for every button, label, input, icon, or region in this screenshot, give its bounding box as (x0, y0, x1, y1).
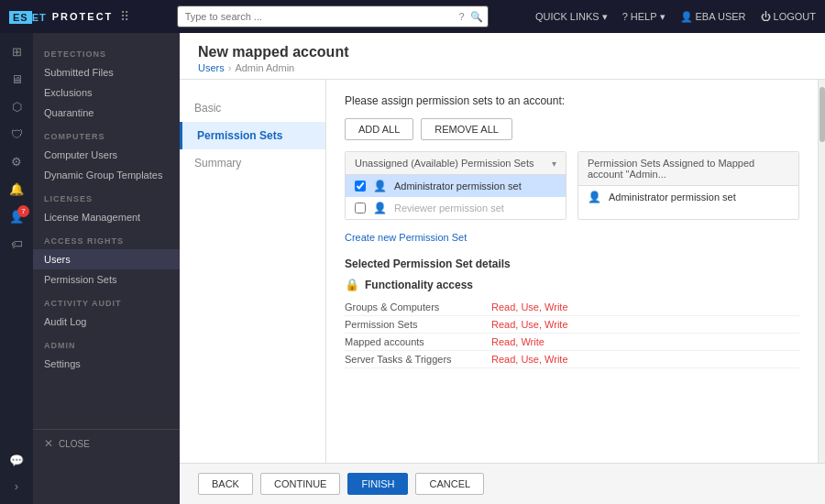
help-button[interactable]: ? HELP ▾ (622, 11, 666, 23)
detail-value-3: Read, Write (491, 336, 544, 347)
footer: BACK CONTINUE FINISH CANCEL (180, 463, 825, 504)
nav-item-license-management[interactable]: License Management (33, 207, 180, 227)
detail-label-3: Mapped accounts (345, 336, 491, 347)
permission-panels: Unassigned (Available) Permission Sets ▾… (345, 151, 799, 220)
selected-details: Selected Permission Set details 🔒 Functi… (345, 257, 799, 368)
sidebar-icon-network[interactable]: ⬡ (2, 93, 31, 119)
sidebar-icon-users[interactable]: 👤 7 (2, 203, 31, 229)
sidebar-icons: ⊞ 🖥 ⬡ 🛡 ⚙ 🔔 👤 7 🏷 💬 › (0, 33, 33, 504)
nav-section-access-rights: ACCESS RIGHTS (33, 227, 180, 249)
scrollbar[interactable] (818, 80, 825, 463)
available-item-2[interactable]: 👤 Reviewer permission set (346, 197, 566, 219)
page-header: New mapped account Users › Admin Admin (180, 33, 825, 80)
nav-item-dynamic-group-templates[interactable]: Dynamic Group Templates (33, 165, 180, 185)
tab-summary[interactable]: Summary (180, 149, 325, 177)
content-area: New mapped account Users › Admin Admin B… (180, 33, 825, 504)
detail-row-1: Groups & Computers Read, Use, Write (345, 299, 799, 316)
topbar-search-container: 🔍 ? (177, 5, 489, 27)
help-label: HELP (631, 11, 657, 22)
help-icon: ? (622, 11, 628, 22)
selected-details-title: Selected Permission Set details (345, 257, 799, 270)
available-panel-chevron-icon: ▾ (552, 159, 556, 169)
assigned-item-1-label: Administrator permission set (609, 192, 736, 203)
available-item-1-icon: 👤 (373, 180, 387, 192)
sidebar-icon-computers[interactable]: 🖥 (2, 66, 31, 92)
close-nav-button[interactable]: CLOSE (59, 439, 90, 449)
available-panel: Unassigned (Available) Permission Sets ▾… (345, 151, 566, 220)
lock-icon: 🔒 (345, 278, 359, 291)
quick-links-button[interactable]: QUICK LINKS ▾ (535, 11, 608, 23)
remove-all-button[interactable]: REMOVE ALL (421, 118, 512, 140)
create-permission-set-link[interactable]: Create new Permission Set (345, 232, 467, 243)
help-chevron-icon: ▾ (660, 11, 666, 23)
search-icon: 🔍 (470, 11, 483, 23)
topbar-logo: ESET PROTECT (9, 10, 113, 24)
sidebar-icon-tags[interactable]: 🏷 (2, 231, 31, 257)
func-access-label: Functionality access (365, 279, 473, 291)
grid-icon[interactable]: ⠿ (120, 9, 129, 24)
add-all-button[interactable]: ADD ALL (345, 118, 413, 140)
user-button[interactable]: 👤 EBA USER (680, 11, 746, 23)
assigned-panel-title: Permission Sets Assigned to Mapped accou… (588, 158, 789, 180)
breadcrumb-separator: › (228, 62, 232, 73)
search-help-icon: ? (459, 11, 465, 22)
available-item-2-icon: 👤 (373, 202, 387, 214)
nav-item-quarantine[interactable]: Quarantine (33, 103, 180, 123)
scrollbar-thumb[interactable] (820, 87, 825, 142)
topbar-right: QUICK LINKS ▾ ? HELP ▾ 👤 EBA USER ⏻ LOGO… (535, 11, 816, 23)
wizard-tabs: Basic Permission Sets Summary (180, 80, 326, 463)
page-title: New mapped account (198, 44, 807, 60)
topbar-left: ESET PROTECT ⠿ (9, 9, 129, 24)
search-input[interactable] (177, 5, 489, 27)
permission-section-title: Please assign permission sets to an acco… (345, 94, 799, 107)
nav-item-submitted-files[interactable]: Submitted Files (33, 62, 180, 82)
nav-item-computer-users[interactable]: Computer Users (33, 145, 180, 165)
user-label: EBA USER (696, 11, 746, 22)
nav-item-exclusions[interactable]: Exclusions (33, 82, 180, 103)
sidebar-icon-alerts[interactable]: 🔔 (2, 176, 31, 202)
logout-label: LOGOUT (774, 11, 816, 22)
assigned-item-1-icon: 👤 (588, 191, 601, 203)
sidebar-icon-dashboard[interactable]: ⊞ (2, 38, 31, 64)
detail-row-3: Mapped accounts Read, Write (345, 334, 799, 351)
page-body: Basic Permission Sets Summary Please ass… (180, 80, 825, 463)
detail-value-1: Read, Use, Write (491, 301, 568, 312)
cancel-button[interactable]: CANCEL (415, 473, 484, 495)
breadcrumb-admin-admin: Admin Admin (235, 62, 294, 73)
nav-item-permission-sets[interactable]: Permission Sets (33, 269, 180, 290)
assigned-item-1[interactable]: 👤 Administrator permission set (578, 186, 798, 208)
breadcrumb: Users › Admin Admin (198, 62, 807, 73)
available-item-1[interactable]: 👤 Administrator permission set (346, 175, 566, 197)
detail-row-4: Server Tasks & Triggers Read, Use, Write (345, 351, 799, 368)
tab-permission-sets[interactable]: Permission Sets (180, 122, 325, 149)
sidebar-icon-shield[interactable]: 🛡 (2, 121, 31, 147)
nav-section-detections: DETECTIONS (33, 40, 180, 62)
close-icon: ✕ (44, 437, 53, 450)
logout-icon: ⏻ (761, 11, 771, 22)
finish-button[interactable]: FINISH (347, 473, 408, 495)
back-button[interactable]: BACK (198, 473, 253, 495)
users-badge: 7 (17, 205, 29, 217)
quick-links-chevron-icon: ▾ (602, 11, 608, 23)
sidebar-icon-settings[interactable]: ⚙ (2, 148, 31, 174)
nav-item-audit-log[interactable]: Audit Log (33, 312, 180, 332)
nav-section-licenses: LICENSES (33, 185, 180, 207)
logout-button[interactable]: ⏻ LOGOUT (761, 11, 816, 22)
available-item-1-checkbox[interactable] (355, 181, 366, 192)
assigned-panel: Permission Sets Assigned to Mapped accou… (578, 151, 799, 220)
quick-links-label: QUICK LINKS (535, 11, 600, 22)
available-item-2-checkbox[interactable] (355, 203, 366, 214)
nav-item-users[interactable]: Users (33, 249, 180, 269)
permission-btn-row: ADD ALL REMOVE ALL (345, 118, 799, 140)
nav-item-settings[interactable]: Settings (33, 354, 180, 374)
layout: ⊞ 🖥 ⬡ 🛡 ⚙ 🔔 👤 7 🏷 💬 › DETECTIONS Submitt… (0, 33, 825, 504)
content-panel: Please assign permission sets to an acco… (326, 80, 818, 463)
breadcrumb-users[interactable]: Users (198, 62, 225, 73)
tab-basic[interactable]: Basic (180, 94, 325, 122)
continue-button[interactable]: CONTINUE (260, 473, 340, 495)
available-panel-title: Unassigned (Available) Permission Sets (355, 158, 534, 169)
available-item-2-label: Reviewer permission set (394, 203, 504, 214)
sidebar-icon-expand[interactable]: › (2, 473, 31, 499)
sidebar-icon-chat[interactable]: 💬 (2, 447, 31, 473)
nav-section-activity-audit: ACTIVITY AUDIT (33, 290, 180, 312)
